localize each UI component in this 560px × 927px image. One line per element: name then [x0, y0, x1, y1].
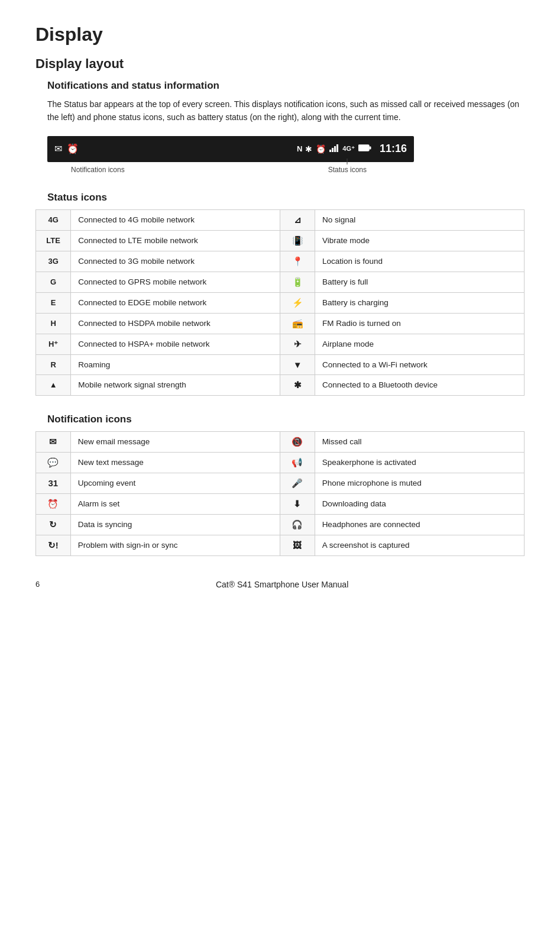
table-row: R Roaming ▼ Connected to a Wi-Fi network — [36, 354, 525, 374]
status-icons-heading: Status icons — [47, 192, 525, 204]
svg-rect-3 — [336, 144, 338, 152]
notif-icon-right: 🎧 — [280, 514, 315, 535]
intro-paragraph: The Status bar appears at the top of eve… — [47, 98, 525, 124]
status-icon-right: ✈ — [280, 334, 315, 354]
notif-desc-right: Headphones are connected — [315, 514, 524, 535]
status-desc-left: Connected to 4G mobile network — [71, 209, 280, 230]
status-icon-right: 📻 — [280, 313, 315, 334]
status-icon-right: 📳 — [280, 230, 315, 251]
notification-icons-heading: Notification icons — [47, 414, 525, 425]
status-desc-left: Connected to HSDPA mobile network — [71, 313, 280, 334]
status-bar-demo: ✉ ⏰ N ✱ ⏰ 4G⁺ — [47, 136, 414, 162]
table-row: 31 Upcoming event 🎤 Phone microphone is … — [36, 473, 525, 493]
notification-icons-label: Notification icons — [71, 166, 125, 174]
notif-icon-left: ↻ — [36, 514, 71, 535]
notif-icon-right: ⬇ — [280, 493, 315, 514]
page-title: Display — [35, 24, 525, 46]
status-icon-left: G — [36, 272, 71, 292]
status-icon-left: 4G — [36, 209, 71, 230]
status-icon-left: E — [36, 292, 71, 313]
email-notification-icon: ✉ — [54, 143, 62, 154]
footer-text: Cat® S41 Smartphone User Manual — [35, 580, 525, 589]
battery-status-icon — [358, 144, 371, 153]
svg-rect-0 — [329, 150, 331, 152]
notif-desc-left: Problem with sign-in or sync — [70, 535, 280, 555]
status-icon-right: ⚡ — [280, 292, 315, 313]
notif-desc-right: Speakerphone is activated — [315, 452, 524, 473]
status-icon-left: LTE — [36, 230, 71, 251]
footer: 6 Cat® S41 Smartphone User Manual — [35, 580, 525, 589]
table-row: G Connected to GPRS mobile network 🔋 Bat… — [36, 272, 525, 292]
notif-icon-left: ⏰ — [36, 493, 71, 514]
status-desc-right: Airplane mode — [315, 334, 524, 354]
notif-icon-right: 🎤 — [280, 473, 315, 493]
status-time: 11:16 — [380, 143, 407, 155]
notif-icon-left: ✉ — [36, 431, 71, 452]
notif-desc-left: Upcoming event — [70, 473, 280, 493]
alarm-notification-icon: ⏰ — [67, 143, 79, 154]
table-row: H⁺ Connected to HSPA+ mobile network ✈ A… — [36, 334, 525, 354]
status-icon-left: H⁺ — [36, 334, 71, 354]
notification-icons-table: ✉ New email message 📵 Missed call 💬 New … — [35, 431, 525, 556]
status-bar-left: ✉ ⏰ — [54, 143, 79, 154]
status-desc-right: Battery is charging — [315, 292, 524, 313]
table-row: 4G Connected to 4G mobile network ⊿ No s… — [36, 209, 525, 230]
notifications-status-title: Notifications and status information — [47, 80, 525, 92]
notif-desc-left: Alarm is set — [70, 493, 280, 514]
table-row: ▲ Mobile network signal strength ✱ Conne… — [36, 374, 525, 395]
status-desc-left: Connected to 3G mobile network — [71, 251, 280, 272]
notif-icon-left: 💬 — [36, 452, 71, 473]
svg-rect-2 — [334, 146, 336, 152]
table-row: LTE Connected to LTE mobile network 📳 Vi… — [36, 230, 525, 251]
status-icon-right: 📍 — [280, 251, 315, 272]
status-desc-right: Connected to a Wi-Fi network — [315, 354, 524, 374]
status-desc-left: Roaming — [71, 354, 280, 374]
status-icon-left: ▲ — [36, 374, 71, 395]
status-desc-left: Connected to HSPA+ mobile network — [71, 334, 280, 354]
svg-rect-1 — [332, 148, 334, 152]
notif-icon-right: 📢 — [280, 452, 315, 473]
status-desc-right: Connected to a Bluetooth device — [315, 374, 524, 395]
status-desc-right: Location is found — [315, 251, 524, 272]
status-desc-left: Connected to GPRS mobile network — [71, 272, 280, 292]
table-row: ✉ New email message 📵 Missed call — [36, 431, 525, 452]
status-icon-right: 🔋 — [280, 272, 315, 292]
notif-desc-right: Missed call — [315, 431, 524, 452]
table-row: 💬 New text message 📢 Speakerphone is act… — [36, 452, 525, 473]
notif-icon-left: ↻! — [36, 535, 71, 555]
table-row: ⏰ Alarm is set ⬇ Downloading data — [36, 493, 525, 514]
status-bar-labels: Notification icons Status icons — [47, 166, 414, 174]
svg-rect-5 — [369, 147, 371, 150]
footer-page-number: 6 — [35, 580, 40, 589]
notif-desc-right: Downloading data — [315, 493, 524, 514]
clock-status-icon: ⏰ — [316, 144, 326, 154]
status-desc-right: FM Radio is turned on — [315, 313, 524, 334]
nfc-icon: N — [297, 144, 302, 153]
table-row: E Connected to EDGE mobile network ⚡ Bat… — [36, 292, 525, 313]
table-row: ↻! Problem with sign-in or sync 🖼 A scre… — [36, 535, 525, 555]
table-row: ↻ Data is syncing 🎧 Headphones are conne… — [36, 514, 525, 535]
signal-strength-icon — [329, 144, 339, 154]
status-desc-left: Connected to EDGE mobile network — [71, 292, 280, 313]
status-desc-right: No signal — [315, 209, 524, 230]
table-row: 3G Connected to 3G mobile network 📍 Loca… — [36, 251, 525, 272]
notif-desc-left: New text message — [70, 452, 280, 473]
notif-desc-right: Phone microphone is muted — [315, 473, 524, 493]
table-row: H Connected to HSDPA mobile network 📻 FM… — [36, 313, 525, 334]
status-desc-left: Connected to LTE mobile network — [71, 230, 280, 251]
status-icons-table: 4G Connected to 4G mobile network ⊿ No s… — [35, 209, 525, 396]
status-desc-left: Mobile network signal strength — [71, 374, 280, 395]
display-layout-title: Display layout — [35, 56, 525, 72]
status-icon-right: ✱ — [280, 374, 315, 395]
status-bar-demo-container: ✉ ⏰ N ✱ ⏰ 4G⁺ — [47, 136, 525, 174]
notif-desc-right: A screenshot is captured — [315, 535, 524, 555]
notif-desc-left: New email message — [70, 431, 280, 452]
notif-icon-left: 31 — [36, 473, 71, 493]
svg-rect-4 — [358, 145, 369, 151]
notif-desc-left: Data is syncing — [70, 514, 280, 535]
status-desc-right: Vibrate mode — [315, 230, 524, 251]
status-icon-right: ▼ — [280, 354, 315, 374]
notif-icon-right: 🖼 — [280, 535, 315, 555]
notif-icon-right: 📵 — [280, 431, 315, 452]
status-icon-left: R — [36, 354, 71, 374]
